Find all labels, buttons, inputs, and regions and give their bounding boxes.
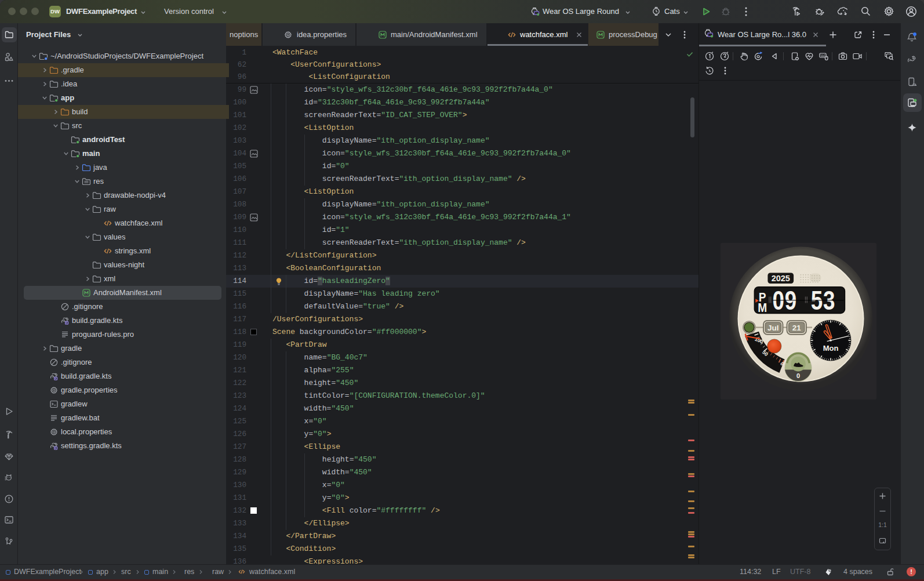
svg-text:Mon: Mon [823, 344, 838, 353]
svg-text:2025: 2025 [771, 274, 790, 283]
svg-text:M: M [758, 300, 767, 314]
svg-text:Jul: Jul [767, 323, 779, 332]
svg-text:21: 21 [792, 323, 801, 332]
svg-text:0: 0 [796, 372, 799, 379]
